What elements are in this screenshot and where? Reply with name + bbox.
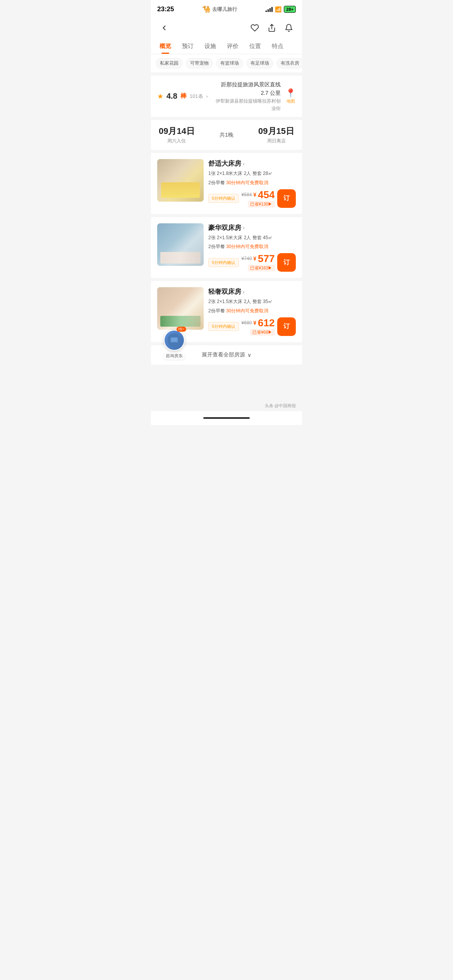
room-card-1: 舒适大床房 › 1张 2×1.8米大床 2人 整套 28㎡ 2份早餐 30分钟内… [151, 153, 302, 214]
price-currency-3: ¥ [253, 320, 256, 326]
room-image-3[interactable] [157, 287, 204, 330]
book-button-1[interactable]: 订 [277, 189, 296, 208]
share-button[interactable] [265, 21, 279, 35]
check-in-date-main: 09月14日 [159, 125, 195, 137]
room-detail-2: 2张 2×1.5米大床 2人 整套 45㎡ [208, 234, 296, 242]
tab-features[interactable]: 特点 [266, 39, 289, 54]
map-label: 地图 [287, 98, 295, 104]
room-title-2: 豪华双床房 [208, 223, 241, 232]
chat-action-label: 咨询房东 [163, 352, 185, 360]
price-currency-2: ¥ [253, 255, 256, 262]
price-block-2: ¥740 ¥ 577 已省¥163▶ [242, 254, 275, 271]
price-currency-1: ¥ [253, 192, 256, 198]
room-bottom-3: 5分钟内确认 ¥680 ¥ 612 已省¥68▶ 订 [208, 317, 296, 336]
current-price-2: 577 [258, 254, 275, 264]
status-icons: 📶 28+ [266, 6, 296, 13]
room-arrow-1: › [243, 161, 245, 167]
check-out-date: 09月15日 周日离店 [258, 125, 294, 144]
tab-location[interactable]: 位置 [244, 39, 266, 54]
distance-text: 距那拉提旅游风景区直线 2.7 公里 [213, 80, 281, 98]
room-detail-3: 2张 2×1.5米大床 2人 整套 35㎡ [208, 298, 296, 306]
saved-badge-3: 已省¥68▶ [250, 329, 275, 336]
star-icon: ★ [157, 92, 163, 101]
rating-section: ★ 4.8 棒 101条 › 距那拉提旅游风景区直线 2.7 公里 伊犁新源县那… [151, 75, 302, 120]
rating-label: 棒 [180, 92, 187, 100]
room-policy-2: 2份早餐 30分钟内可免费取消 [208, 243, 296, 250]
room-thumbnail-1 [157, 159, 204, 202]
alert-button[interactable] [282, 21, 296, 35]
check-in-date: 09月14日 周六入住 [159, 125, 195, 144]
address-text: 伊犁新源县那拉提镇喀拉苏村创业街 [213, 98, 281, 112]
signal-icon [266, 7, 273, 12]
price-block-3: ¥680 ¥ 612 已省¥68▶ [242, 318, 275, 336]
tab-facilities[interactable]: 设施 [199, 39, 221, 54]
rating-count: 101条 [190, 93, 203, 100]
room-arrow-3: › [243, 289, 245, 295]
chat-hi-label: Hi~ [177, 327, 186, 332]
room-policy-3: 2份早餐 30分钟内可免费取消 [208, 308, 296, 314]
room-arrow-2: › [243, 224, 245, 231]
original-price-3: ¥680 [242, 320, 252, 326]
price-block-1: ¥584 ¥ 454 已省¥130▶ [242, 190, 275, 207]
original-price-1: ¥584 [242, 192, 252, 197]
check-out-date-main: 09月15日 [258, 125, 294, 137]
confirm-tag-3: 5分钟内确认 [208, 322, 239, 331]
book-button-3[interactable]: 订 [277, 317, 296, 336]
room-title-row-3[interactable]: 轻奢双床房 › [208, 287, 296, 296]
rating-score: 4.8 [166, 92, 177, 101]
svg-rect-3 [171, 338, 177, 342]
check-in-day: 周六入住 [159, 138, 195, 144]
price-row-3: ¥680 ¥ 612 [242, 318, 275, 328]
room-title-3: 轻奢双床房 [208, 287, 241, 296]
tag-basketball[interactable]: 有篮球场 [216, 58, 243, 69]
tags-section: 私家花园 可带宠物 有篮球场 有足球场 有洗衣房 全天热水 [151, 54, 302, 75]
room-bottom-1: 5分钟内确认 ¥584 ¥ 454 已省¥130▶ 订 [208, 189, 296, 208]
room-info-1: 舒适大床房 › 1张 2×1.8米大床 2人 整套 28㎡ 2份早餐 30分钟内… [208, 159, 296, 208]
tag-football[interactable]: 有足球场 [246, 58, 273, 69]
book-button-2[interactable]: 订 [277, 253, 296, 272]
tag-garden[interactable]: 私家花园 [156, 58, 183, 69]
tab-booking[interactable]: 预订 [177, 39, 199, 54]
nights-text: 共1晚 [220, 132, 233, 139]
room-thumbnail-3 [157, 287, 204, 330]
map-icon: 📍 [285, 88, 296, 98]
saved-badge-1: 已省¥130▶ [248, 201, 275, 207]
chevron-down-icon: ∨ [247, 352, 251, 358]
confirm-tag-1: 5分钟内确认 [208, 194, 239, 203]
original-price-2: ¥740 [242, 256, 252, 261]
map-button[interactable]: 📍 地图 [285, 88, 296, 104]
battery-indicator: 28+ [284, 6, 296, 13]
room-title-row-1[interactable]: 舒适大床房 › [208, 159, 296, 168]
tab-reviews[interactable]: 评价 [221, 39, 244, 54]
current-price-3: 612 [258, 318, 275, 328]
room-detail-1: 1张 2×1.8米大床 2人 整套 28㎡ [208, 170, 296, 178]
favorite-button[interactable] [248, 21, 262, 35]
back-button[interactable] [157, 21, 171, 35]
chat-avatar-wrapper: Hi~ [164, 330, 185, 351]
room-title-row-2[interactable]: 豪华双床房 › [208, 223, 296, 232]
confirm-tag-2: 5分钟内确认 [208, 258, 239, 267]
nights-count: 共1晚 [220, 132, 233, 139]
tag-laundry[interactable]: 有洗衣房 [276, 58, 302, 69]
header [151, 17, 302, 39]
room-thumbnail-2 [157, 223, 204, 266]
tab-bar: 概览 预订 设施 评价 位置 特点 [151, 39, 302, 54]
room-image-1[interactable] [157, 159, 204, 202]
status-time: 23:25 [157, 5, 174, 13]
rating-score-block: ★ 4.8 棒 101条 › [157, 92, 208, 101]
chat-bubble[interactable]: Hi~ 咨询房东 [163, 330, 185, 360]
room-policy-1: 2份早餐 30分钟内可免费取消 [208, 180, 296, 186]
wifi-icon: 📶 [275, 6, 281, 12]
date-bar[interactable]: 09月14日 周六入住 共1晚 09月15日 周日离店 [151, 120, 302, 150]
header-actions [248, 21, 296, 35]
room-info-2: 豪华双床房 › 2张 2×1.5米大床 2人 整套 45㎡ 2份早餐 30分钟内… [208, 223, 296, 272]
room-image-2[interactable] [157, 223, 204, 266]
bottom-bar [151, 411, 302, 425]
camel-icon: 🐪 [202, 5, 211, 14]
tab-overview[interactable]: 概览 [154, 39, 177, 54]
status-bar: 23:25 🐪 去哪儿旅行 📶 28+ [151, 0, 302, 17]
tag-pets[interactable]: 可带宠物 [186, 58, 213, 69]
price-row-2: ¥740 ¥ 577 [242, 254, 275, 264]
rating-arrow: › [206, 93, 208, 99]
expand-label: 展开查看全部房源 [202, 351, 245, 358]
